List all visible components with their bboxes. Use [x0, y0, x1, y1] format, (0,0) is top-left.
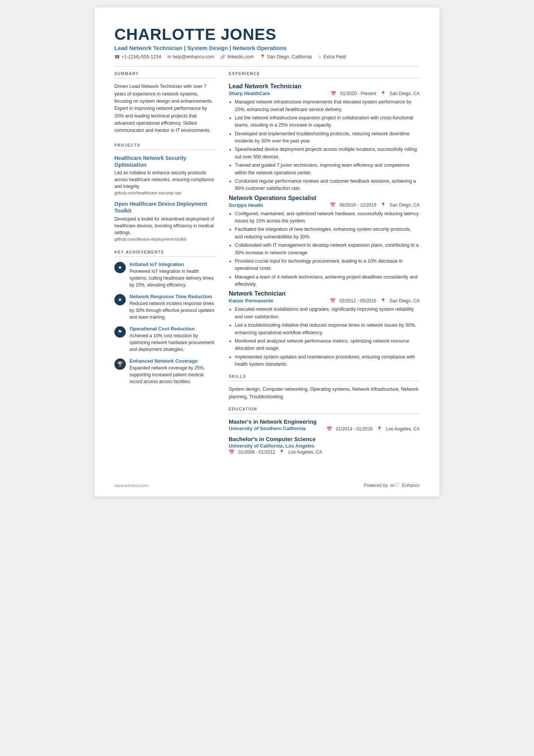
achievement-2-title: Network Response Time Reduction — [130, 294, 217, 299]
bullet: Led the network infrastructure expansion… — [235, 114, 420, 129]
achievement-1-desc: Pioneered IoT integration in health syst… — [130, 268, 217, 288]
bullet: Implemented system updates and maintenan… — [235, 354, 420, 368]
job-1: Lead Network Technician Sharp HealthCare… — [229, 83, 420, 193]
job-1-bullets: Managed network infrastructure improveme… — [229, 99, 420, 193]
projects-divider — [114, 150, 217, 150]
header-divider — [114, 66, 420, 67]
edu-1-degree: Master's in Network Engineering — [229, 418, 420, 425]
bullet: Trained and guided 7 junior technicians,… — [235, 162, 420, 177]
bullet: Collaborated with IT management to devel… — [235, 242, 420, 257]
achievement-3-title: Operational Cost Reduction — [130, 326, 217, 332]
job-2-dates: 📅 06/2016 - 12/2019 📍 San Diego, CA — [330, 202, 420, 208]
achievements-divider — [114, 257, 217, 257]
powered-by-text: Powered by — [364, 483, 388, 488]
job-2-bullets: Configured, maintained, and optimized ne… — [229, 210, 420, 288]
contact-extra: ☆ Extra Field — [318, 54, 346, 59]
education-label: EDUCATION — [229, 407, 420, 411]
skills-label: SKILLS — [229, 374, 420, 379]
achievement-4: 🏆 Enhanced Network Coverage Expanded net… — [114, 358, 217, 385]
calendar-icon-3: 📅 — [330, 298, 336, 304]
edu-1: Master's in Network Engineering Universi… — [229, 418, 420, 432]
project-2-link: github.com/device-deployment-toolkit — [114, 237, 217, 241]
edu-2-meta: 📅 01/2008 - 01/2012 📍 Los Angeles, CA — [229, 449, 420, 455]
location-icon-1: 📍 — [380, 91, 386, 96]
linkedin-icon: 🔗 — [220, 54, 226, 59]
job-3-title: Network Technician — [229, 290, 420, 297]
edu-2-degree: Bachelor's in Computer Science — [229, 436, 420, 442]
contact-bar: ☎ +1-(234)-555-1234 ✉ help@enhancv.com 🔗… — [114, 54, 420, 59]
bullet: Configured, maintained, and optimized ne… — [235, 210, 420, 225]
job-1-meta: Sharp HealthCare 📅 01/2020 - Present 📍 S… — [229, 91, 420, 96]
header: CHARLOTTE JONES Lead Network Technician … — [114, 26, 420, 67]
calendar-icon-2: 📅 — [330, 202, 336, 208]
achievement-2-desc: Reduced network incident response times … — [130, 300, 217, 321]
bullet: Conducted regular performance reviews an… — [235, 178, 420, 193]
summary-label: SUMMARY — [114, 71, 217, 76]
achievement-2-content: Network Response Time Reduction Reduced … — [130, 294, 217, 321]
location-icon-edu2: 📍 — [279, 449, 284, 455]
calendar-icon-edu2: 📅 — [229, 449, 234, 455]
skills-divider — [229, 381, 420, 381]
bullet: Facilitated the integration of new techn… — [235, 226, 420, 241]
edu-1-school: University of Southern California — [229, 426, 306, 431]
summary-divider — [114, 78, 217, 78]
achievement-3-icon: ⚑ — [114, 326, 126, 338]
location-icon: 📍 — [260, 54, 265, 59]
bullet: Monitored and analyzed network performan… — [235, 338, 420, 352]
project-2: Open Healthcare Device Deployment Toolki… — [114, 200, 217, 241]
summary-text: Driven Lead Network Technician with over… — [114, 83, 217, 135]
bullet: Provided crucial input for technology pr… — [235, 258, 420, 272]
location-icon-edu1: 📍 — [376, 426, 382, 432]
phone-icon: ☎ — [114, 54, 120, 59]
job-3-dates: 📅 02/2012 - 05/2016 📍 San Diego, CA — [330, 298, 420, 304]
skills-text: System design, Computer networking, Oper… — [229, 386, 420, 401]
job-1-dates: 📅 01/2020 - Present 📍 San Diego, CA — [331, 91, 420, 96]
job-2: Network Operations Specialist Scripps He… — [229, 195, 420, 288]
job-3-bullets: Executed network installations and upgra… — [229, 306, 420, 368]
bullet: Led a troubleshooting initiative that re… — [235, 322, 420, 337]
project-1-link: github.com/healthcare-security-opt — [114, 191, 217, 195]
job-3-meta: Kaiser Permanente 📅 02/2012 - 05/2016 📍 … — [229, 298, 420, 304]
two-col-layout: SUMMARY Driven Lead Network Technician w… — [114, 71, 420, 455]
bullet: Developed and implemented troubleshootin… — [235, 130, 420, 145]
right-column: EXPERIENCE Lead Network Technician Sharp… — [229, 71, 420, 455]
location-icon-2: 📍 — [380, 202, 386, 208]
extra-icon: ☆ — [318, 54, 322, 59]
edu-2-school: University of California, Los Angeles — [229, 443, 420, 449]
contact-phone: ☎ +1-(234)-555-1234 — [114, 54, 161, 59]
achievement-4-title: Enhanced Network Coverage — [130, 358, 217, 364]
achievement-4-desc: Expanded network coverage by 25%, suppor… — [130, 365, 217, 385]
bullet: Spearheaded device deployment projects a… — [235, 146, 420, 161]
candidate-title: Lead Network Technician | System Design … — [114, 45, 420, 51]
achievement-1-icon: ★ — [114, 262, 126, 273]
experience-label: EXPERIENCE — [229, 71, 420, 76]
location-icon-3: 📍 — [380, 298, 386, 304]
contact-location: 📍 San Diego, California — [260, 54, 312, 59]
edu-2: Bachelor's in Computer Science Universit… — [229, 436, 420, 455]
bullet: Executed network installations and upgra… — [235, 306, 420, 321]
achievement-1: ★ Initiated IoT Integration Pioneered Io… — [114, 261, 217, 288]
achievement-3-desc: Achieved a 10% cost reduction by optimiz… — [130, 332, 217, 353]
job-3: Network Technician Kaiser Permanente 📅 0… — [229, 290, 420, 368]
edu-1-dates: 📅 01/2014 - 01/2016 📍 Los Angeles, CA — [326, 426, 420, 432]
achievement-2: ★ Network Response Time Reduction Reduce… — [114, 294, 217, 321]
project-2-title: Open Healthcare Device Deployment Toolki… — [114, 200, 217, 214]
edu-1-meta: University of Southern California 📅 01/2… — [229, 426, 420, 432]
contact-email: ✉ help@enhancv.com — [167, 54, 214, 59]
footer: www.enhancv.com Powered by ∞♡ Enhancv — [114, 482, 420, 489]
achievement-3-content: Operational Cost Reduction Achieved a 10… — [130, 326, 217, 353]
bullet: Managed network infrastructure improveme… — [235, 99, 420, 113]
job-1-company: Sharp HealthCare — [229, 91, 270, 96]
resume-page: CHARLOTTE JONES Lead Network Technician … — [95, 8, 439, 496]
bullet: Managed a team of 4 network technicians,… — [235, 274, 420, 288]
enhancv-brand: Powered by ∞♡ Enhancv — [364, 482, 420, 489]
projects-label: PROJECTS — [114, 143, 217, 147]
achievement-2-icon: ★ — [114, 294, 126, 305]
achievement-1-content: Initiated IoT Integration Pioneered IoT … — [130, 261, 217, 288]
calendar-icon-edu1: 📅 — [326, 426, 332, 432]
achievement-4-content: Enhanced Network Coverage Expanded netwo… — [130, 358, 217, 385]
project-1-desc: Led an initiative to enhance security pr… — [114, 169, 217, 190]
footer-url: www.enhancv.com — [114, 483, 149, 488]
experience-divider — [229, 78, 420, 78]
job-2-title: Network Operations Specialist — [229, 195, 420, 202]
